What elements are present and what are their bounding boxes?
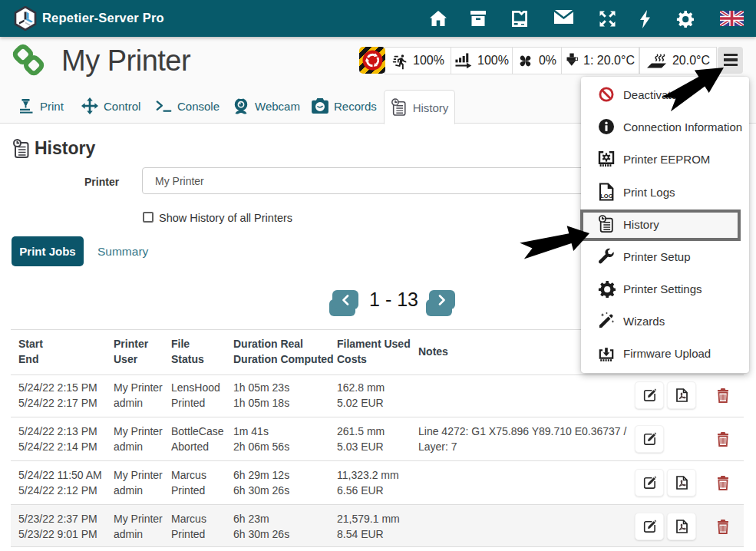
svg-text:LOG: LOG — [600, 193, 613, 200]
